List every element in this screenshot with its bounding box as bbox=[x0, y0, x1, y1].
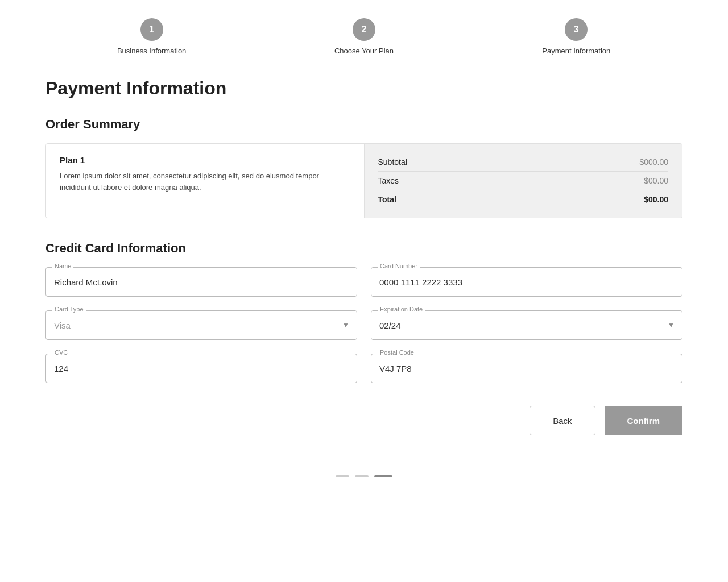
pricing-details: Subtotal $000.00 Taxes $00.00 Total $00.… bbox=[365, 144, 682, 218]
expiration-select-wrapper: 02/24 03/24 04/24 ▼ bbox=[371, 310, 682, 340]
dot-2 bbox=[355, 475, 369, 477]
pagination-dots bbox=[0, 458, 728, 489]
step-label-3: Payment Information bbox=[542, 47, 610, 55]
cvc-label: CVC bbox=[52, 349, 70, 356]
plan-description: Lorem ipsum dolor sit amet, consectetur … bbox=[60, 171, 350, 193]
cvc-input[interactable] bbox=[46, 354, 357, 383]
postal-input[interactable] bbox=[371, 354, 682, 383]
card-number-label: Card Number bbox=[378, 263, 420, 269]
name-input[interactable] bbox=[46, 267, 357, 297]
expiration-label: Expiration Date bbox=[378, 306, 425, 313]
credit-card-title: Credit Card Information bbox=[46, 241, 682, 256]
step-circle-3: 3 bbox=[565, 18, 588, 41]
step-1: 1 Business Information bbox=[46, 18, 258, 55]
step-2: 2 Choose Your Plan bbox=[258, 18, 470, 55]
credit-card-form: Name Card Number Card Type Visa Masterca… bbox=[46, 267, 682, 383]
expiration-select[interactable]: 02/24 03/24 04/24 bbox=[371, 310, 682, 340]
card-type-select-wrapper: Visa Mastercard Amex ▼ bbox=[46, 310, 357, 340]
subtotal-row: Subtotal $000.00 bbox=[378, 153, 669, 172]
card-type-select[interactable]: Visa Mastercard Amex bbox=[46, 310, 357, 340]
subtotal-label: Subtotal bbox=[378, 157, 407, 167]
card-number-field-group: Card Number bbox=[371, 267, 682, 297]
main-content: Payment Information Order Summary Plan 1… bbox=[0, 66, 728, 458]
stepper: 1 Business Information 2 Choose Your Pla… bbox=[0, 0, 728, 66]
total-label: Total bbox=[378, 195, 396, 204]
card-type-field-group: Card Type Visa Mastercard Amex ▼ bbox=[46, 310, 357, 340]
card-number-input[interactable] bbox=[371, 267, 682, 297]
order-summary-title: Order Summary bbox=[46, 117, 682, 132]
postal-label: Postal Code bbox=[378, 349, 416, 356]
credit-card-section: Credit Card Information Name Card Number… bbox=[46, 241, 682, 383]
card-type-label: Card Type bbox=[52, 306, 86, 313]
subtotal-value: $000.00 bbox=[639, 157, 668, 167]
dot-3 bbox=[374, 475, 392, 477]
back-button[interactable]: Back bbox=[530, 406, 595, 435]
expiration-field-group: Expiration Date 02/24 03/24 04/24 ▼ bbox=[371, 310, 682, 340]
step-label-2: Choose Your Plan bbox=[334, 47, 394, 55]
plan-name: Plan 1 bbox=[60, 155, 350, 165]
step-label-1: Business Information bbox=[117, 47, 186, 55]
step-circle-2: 2 bbox=[353, 18, 375, 41]
taxes-row: Taxes $00.00 bbox=[378, 172, 669, 190]
page-title: Payment Information bbox=[46, 78, 682, 99]
postal-field-group: Postal Code bbox=[371, 354, 682, 383]
name-field-group: Name bbox=[46, 267, 357, 297]
step-circle-1: 1 bbox=[140, 18, 163, 41]
name-label: Name bbox=[52, 263, 73, 269]
taxes-label: Taxes bbox=[378, 176, 399, 185]
total-row: Total $00.00 bbox=[378, 190, 669, 209]
action-buttons: Back Confirm bbox=[46, 406, 682, 435]
dot-1 bbox=[336, 475, 349, 477]
confirm-button[interactable]: Confirm bbox=[605, 406, 683, 435]
plan-details: Plan 1 Lorem ipsum dolor sit amet, conse… bbox=[46, 144, 365, 218]
total-value: $00.00 bbox=[644, 195, 668, 204]
order-summary-box: Plan 1 Lorem ipsum dolor sit amet, conse… bbox=[46, 143, 682, 218]
taxes-value: $00.00 bbox=[644, 176, 668, 185]
step-3: 3 Payment Information bbox=[470, 18, 682, 55]
cvc-field-group: CVC bbox=[46, 354, 357, 383]
